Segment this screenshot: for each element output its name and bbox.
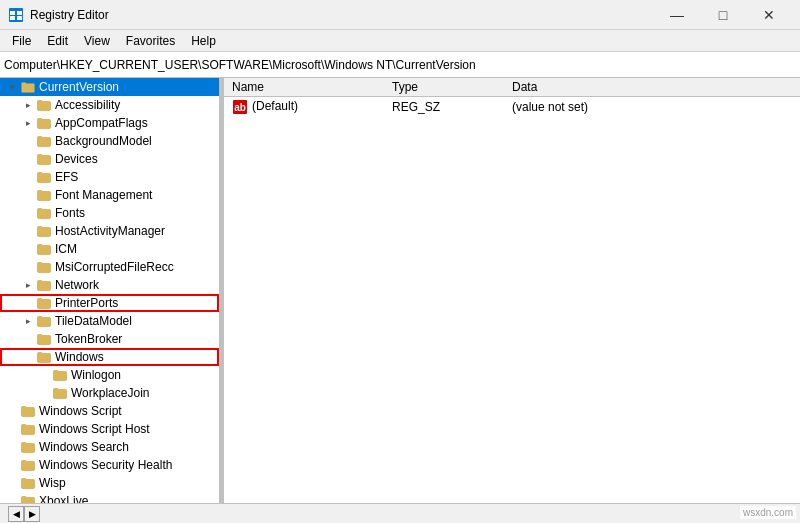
menu-item-help[interactable]: Help <box>183 32 224 50</box>
svg-rect-2 <box>17 11 22 15</box>
tree-item-windowssearch[interactable]: Windows Search <box>0 438 219 456</box>
folder-icon-network <box>36 278 52 292</box>
menu-item-view[interactable]: View <box>76 32 118 50</box>
expand-icon-appcompatflags[interactable]: ▸ <box>20 115 36 131</box>
scroll-left-button[interactable]: ◀ <box>8 506 24 522</box>
folder-icon-windowssecurityhealth <box>20 458 36 472</box>
data-row[interactable]: ab (Default)REG_SZ(value not set) <box>224 97 800 118</box>
folder-icon-currentversion <box>20 80 36 94</box>
tree-item-xboxlive[interactable]: XboxLive <box>0 492 219 503</box>
tree-item-icm[interactable]: ICM <box>0 240 219 258</box>
cell-type: REG_SZ <box>384 97 504 118</box>
tree-item-efs[interactable]: EFS <box>0 168 219 186</box>
tree-label-wisp: Wisp <box>39 476 66 490</box>
tree-item-network[interactable]: ▸ Network <box>0 276 219 294</box>
folder-icon-efs <box>36 170 52 184</box>
data-table: Name Type Data ab (Default)REG_SZ(value … <box>224 78 800 117</box>
tree-item-windows[interactable]: Windows <box>0 348 219 366</box>
minimize-button[interactable]: — <box>654 0 700 30</box>
window-controls: — □ ✕ <box>654 0 792 30</box>
tree-item-windowsscript[interactable]: Windows Script <box>0 402 219 420</box>
tree-label-devices: Devices <box>55 152 98 166</box>
expand-icon-tiledatamodel[interactable]: ▸ <box>20 313 36 329</box>
tree-item-msicorruptedfile[interactable]: MsiCorruptedFileRecc <box>0 258 219 276</box>
tree-item-devices[interactable]: Devices <box>0 150 219 168</box>
tree-item-appcompatflags[interactable]: ▸ AppCompatFlags <box>0 114 219 132</box>
folder-icon-fontmanagement <box>36 188 52 202</box>
cell-name-text: (Default) <box>252 99 298 113</box>
tree-label-appcompatflags: AppCompatFlags <box>55 116 148 130</box>
tree-item-workplacejoin[interactable]: WorkplaceJoin <box>0 384 219 402</box>
tree-item-windowssecurityhealth[interactable]: Windows Security Health <box>0 456 219 474</box>
expand-icon-accessibility[interactable]: ▸ <box>20 97 36 113</box>
col-header-name: Name <box>224 78 384 97</box>
folder-icon-wisp <box>20 476 36 490</box>
app-title: Registry Editor <box>30 8 109 22</box>
tree-label-backgroundmodel: BackgroundModel <box>55 134 152 148</box>
folder-icon-hostactivitymanager <box>36 224 52 238</box>
cell-name: ab (Default) <box>224 97 384 118</box>
tree-label-tokenbroker: TokenBroker <box>55 332 122 346</box>
svg-rect-4 <box>17 16 22 20</box>
tree-item-currentversion[interactable]: ▾ CurrentVersion <box>0 78 219 96</box>
tree-label-windowsscripthost: Windows Script Host <box>39 422 150 436</box>
tree-panel[interactable]: ▾ CurrentVersion▸ Accessibility▸ AppComp… <box>0 78 220 503</box>
folder-icon-devices <box>36 152 52 166</box>
tree-label-icm: ICM <box>55 242 77 256</box>
menu-item-favorites[interactable]: Favorites <box>118 32 183 50</box>
menu-item-file[interactable]: File <box>4 32 39 50</box>
address-text: Computer\HKEY_CURRENT_USER\SOFTWARE\Micr… <box>4 58 476 72</box>
tree-item-backgroundmodel[interactable]: BackgroundModel <box>0 132 219 150</box>
svg-rect-1 <box>10 11 15 15</box>
status-bar: ◀ ▶ wsxdn.com <box>0 503 800 523</box>
close-button[interactable]: ✕ <box>746 0 792 30</box>
tree-label-xboxlive: XboxLive <box>39 494 88 503</box>
tree-item-tiledatamodel[interactable]: ▸ TileDataModel <box>0 312 219 330</box>
tree-item-printerports[interactable]: PrinterPorts <box>0 294 219 312</box>
folder-icon-windowssearch <box>20 440 36 454</box>
tree-label-tiledatamodel: TileDataModel <box>55 314 132 328</box>
app-icon <box>8 7 24 23</box>
folder-icon-tiledatamodel <box>36 314 52 328</box>
folder-icon-windows <box>36 350 52 364</box>
tree-label-windowssecurityhealth: Windows Security Health <box>39 458 172 472</box>
tree-item-accessibility[interactable]: ▸ Accessibility <box>0 96 219 114</box>
expand-icon-network[interactable]: ▸ <box>20 277 36 293</box>
scroll-right-button[interactable]: ▶ <box>24 506 40 522</box>
svg-rect-3 <box>10 16 15 20</box>
maximize-button[interactable]: □ <box>700 0 746 30</box>
expand-icon-currentversion[interactable]: ▾ <box>4 79 20 95</box>
data-panel: Name Type Data ab (Default)REG_SZ(value … <box>224 78 800 503</box>
tree-label-efs: EFS <box>55 170 78 184</box>
folder-icon-backgroundmodel <box>36 134 52 148</box>
cell-data: (value not set) <box>504 97 800 118</box>
tree-item-fontmanagement[interactable]: Font Management <box>0 186 219 204</box>
main-content: ▾ CurrentVersion▸ Accessibility▸ AppComp… <box>0 78 800 503</box>
title-bar: Registry Editor — □ ✕ <box>0 0 800 30</box>
folder-icon-icm <box>36 242 52 256</box>
tree-item-tokenbroker[interactable]: TokenBroker <box>0 330 219 348</box>
folder-icon-xboxlive <box>20 494 36 503</box>
reg-value-icon: ab <box>232 99 248 115</box>
menu-item-edit[interactable]: Edit <box>39 32 76 50</box>
tree-item-windowsscripthost[interactable]: Windows Script Host <box>0 420 219 438</box>
tree-label-windowsscript: Windows Script <box>39 404 122 418</box>
folder-icon-msicorruptedfile <box>36 260 52 274</box>
tree-label-currentversion: CurrentVersion <box>39 80 119 94</box>
tree-item-hostactivitymanager[interactable]: HostActivityManager <box>0 222 219 240</box>
tree-label-fonts: Fonts <box>55 206 85 220</box>
tree-item-wisp[interactable]: Wisp <box>0 474 219 492</box>
tree-label-accessibility: Accessibility <box>55 98 120 112</box>
folder-icon-windowsscript <box>20 404 36 418</box>
tree-label-network: Network <box>55 278 99 292</box>
svg-text:ab: ab <box>234 102 246 113</box>
tree-item-fonts[interactable]: Fonts <box>0 204 219 222</box>
menu-bar: FileEditViewFavoritesHelp <box>0 30 800 52</box>
folder-icon-fonts <box>36 206 52 220</box>
tree-item-winlogon[interactable]: Winlogon <box>0 366 219 384</box>
folder-icon-printerports <box>36 296 52 310</box>
tree-label-hostactivitymanager: HostActivityManager <box>55 224 165 238</box>
tree-label-workplacejoin: WorkplaceJoin <box>71 386 149 400</box>
title-bar-left: Registry Editor <box>8 7 109 23</box>
address-bar: Computer\HKEY_CURRENT_USER\SOFTWARE\Micr… <box>0 52 800 78</box>
